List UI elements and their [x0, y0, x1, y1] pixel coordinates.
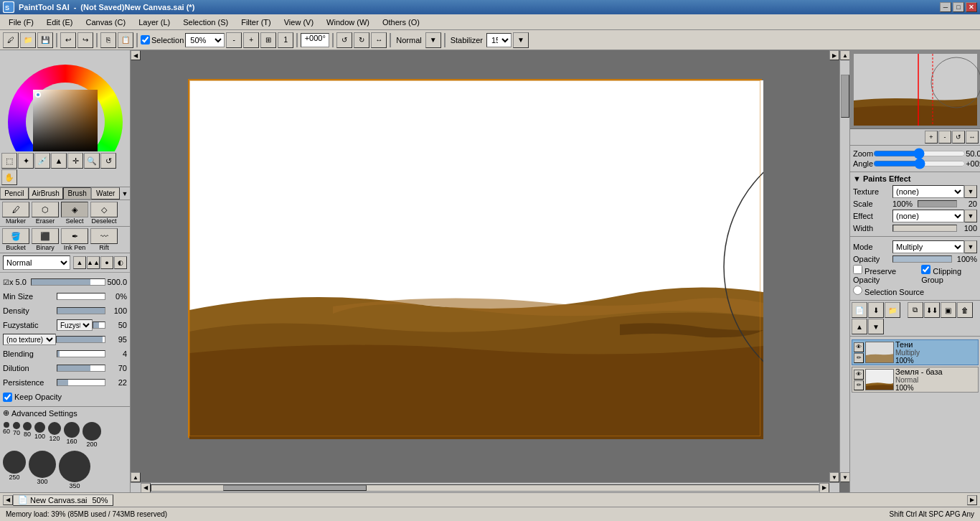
layer-mode-dropdown[interactable]: ▼: [964, 240, 977, 253]
zoom-100-btn[interactable]: 1: [278, 32, 293, 48]
size-bar[interactable]: [31, 278, 105, 286]
adv-header[interactable]: ⊕ Advanced Settings: [3, 408, 127, 418]
opacity-bar[interactable]: [892, 255, 952, 263]
zoom-fit-btn[interactable]: ⊞: [260, 32, 276, 48]
toolbar-undo[interactable]: ↩: [60, 32, 76, 48]
subtool-marker[interactable]: 🖊 Marker: [1, 202, 30, 225]
binary-icon[interactable]: ⬛: [32, 228, 59, 244]
layer-new-btn[interactable]: 📄: [852, 302, 867, 318]
blend-mode-dropdown[interactable]: ▼: [425, 32, 441, 48]
scale-slider-track[interactable]: [918, 200, 957, 207]
canvas-corner-bl[interactable]: ▲: [131, 472, 141, 482]
hscroll-left-btn[interactable]: ◀: [141, 483, 151, 493]
corner-bl-btn[interactable]: ▲: [131, 472, 141, 482]
vscroll-track[interactable]: [840, 60, 849, 472]
vscroll-down-btn[interactable]: ▼: [840, 472, 849, 482]
selection-source-radio[interactable]: [853, 286, 862, 295]
fuzystatic-select[interactable]: Fuzystatic: [57, 319, 93, 331]
layer-item-1[interactable]: 👁 ✏ Тени Multiply 100%: [852, 339, 979, 365]
canvas-corner-tr[interactable]: ▶: [829, 50, 839, 60]
minsize-bar[interactable]: [57, 293, 105, 300]
hscroll-track[interactable]: [151, 484, 819, 492]
tab-pencil[interactable]: Pencil: [0, 187, 29, 200]
canvas-corner-tl[interactable]: ◀: [131, 50, 141, 60]
layer-merge-all-btn[interactable]: ▣: [941, 302, 956, 318]
brush-size-80[interactable]: 80: [23, 422, 32, 448]
corner-br-btn[interactable]: ▼: [829, 472, 839, 482]
angle-slider[interactable]: [873, 159, 966, 168]
hscroll-right-btn[interactable]: ▶: [819, 483, 829, 493]
toolbar-redo[interactable]: ↪: [77, 32, 93, 48]
select-rect-tool[interactable]: ⬚: [1, 153, 17, 169]
blend-icon-4[interactable]: ◐: [114, 256, 127, 269]
menu-window[interactable]: Window (W): [321, 17, 375, 28]
layer-lock-btn-2[interactable]: ✏: [854, 380, 864, 390]
brush-size-100[interactable]: 100: [34, 422, 45, 448]
brush-size-350[interactable]: 350: [59, 451, 90, 489]
color-square[interactable]: [33, 90, 98, 151]
blend-icon-2[interactable]: ▲▲: [87, 256, 100, 269]
density-bar[interactable]: [57, 307, 105, 314]
tool-binary[interactable]: ⬛ Binary: [31, 228, 60, 251]
toolbar-copy[interactable]: ⎘: [100, 32, 116, 48]
eyedropper-tool[interactable]: 💉: [34, 153, 50, 169]
canvas-area[interactable]: ◀ ▶ ▲ ▼: [131, 50, 849, 492]
tool-bucket[interactable]: 🪣 Bucket: [1, 228, 30, 251]
subtool-deselect[interactable]: ◇ Deselect: [90, 202, 118, 225]
menu-file[interactable]: File (F): [3, 17, 39, 28]
tool-blend-select[interactable]: NormalMultiply: [3, 255, 70, 270]
toolbar-open[interactable]: 📁: [20, 32, 36, 48]
vscroll-thumb[interactable]: [841, 75, 849, 118]
zoom-in-btn[interactable]: +: [243, 32, 259, 48]
layer-move-down-btn[interactable]: ▼: [868, 319, 884, 334]
nav-flip-btn[interactable]: ↔: [966, 131, 979, 144]
select-freehand-tool[interactable]: ✦: [18, 153, 34, 169]
layer-lock-btn-1[interactable]: ✏: [854, 353, 864, 363]
blend-icon-1[interactable]: ▲: [73, 256, 86, 269]
eraser-icon[interactable]: ⬡: [32, 202, 59, 217]
layer-visible-btn-2[interactable]: 👁: [854, 370, 864, 380]
dilution-bar[interactable]: [57, 365, 105, 372]
texture-dropdown-btn[interactable]: ▼: [964, 185, 977, 198]
layer-copy-btn[interactable]: ⧉: [908, 302, 923, 318]
hand-tool[interactable]: ✋: [1, 169, 17, 185]
brush-size-160[interactable]: 160: [64, 422, 80, 448]
selection-checkbox[interactable]: [141, 35, 150, 44]
brush-size-120[interactable]: 120: [48, 422, 61, 448]
selection-check[interactable]: Selection: [141, 35, 184, 44]
layer-visible-btn-1[interactable]: 👁: [854, 342, 864, 352]
layer-move-up-btn[interactable]: ▲: [852, 319, 867, 334]
deselect-icon[interactable]: ◇: [90, 202, 118, 217]
minimize-button[interactable]: ─: [940, 2, 951, 12]
zoom-tool[interactable]: 🔍: [84, 153, 100, 169]
texture-effect-select[interactable]: (none): [892, 185, 964, 198]
rotate-cw-btn[interactable]: ↻: [354, 32, 369, 48]
layer-merge-down-btn[interactable]: ⬇⬇: [924, 302, 940, 318]
blend-icon-3[interactable]: ●: [100, 256, 113, 269]
select-icon[interactable]: ◈: [61, 202, 88, 217]
persistence-bar[interactable]: [57, 379, 105, 386]
canvas-corner-br[interactable]: ▼: [829, 472, 839, 482]
toolbar-save[interactable]: 💾: [37, 32, 53, 48]
brush-size-300[interactable]: 300: [29, 451, 56, 489]
rotate-tool[interactable]: ↺: [100, 153, 116, 169]
brush-size-200[interactable]: 200: [83, 422, 101, 448]
preserve-opacity-label[interactable]: Preserve Opacity: [853, 265, 915, 284]
layer-delete-btn[interactable]: 🗑: [957, 302, 973, 318]
layer-mode-select[interactable]: MultiplyNormal: [892, 240, 964, 253]
menu-edit[interactable]: Edit (E): [41, 17, 79, 28]
tool-inkpen[interactable]: ✒ Ink Pen: [60, 228, 89, 251]
fuzystatic-bar[interactable]: [93, 321, 105, 329]
brush-size-70[interactable]: 70: [13, 422, 20, 448]
menu-layer[interactable]: Layer (L): [133, 17, 176, 28]
subtool-select[interactable]: ◈ Select: [60, 202, 89, 225]
zoom-select[interactable]: 50%100%200%: [185, 33, 225, 47]
drawing-canvas[interactable]: [189, 80, 763, 439]
layer-item-2[interactable]: 👁 ✏ Земля - база Normal 100%: [852, 367, 979, 393]
preserve-opacity-check[interactable]: [853, 265, 862, 274]
texture-bar[interactable]: [56, 336, 105, 343]
zoom-out-btn[interactable]: -: [226, 32, 242, 48]
vscroll-up-btn[interactable]: ▲: [840, 50, 849, 60]
blending-bar[interactable]: [57, 350, 105, 357]
fill-tool[interactable]: ▲: [51, 153, 67, 169]
